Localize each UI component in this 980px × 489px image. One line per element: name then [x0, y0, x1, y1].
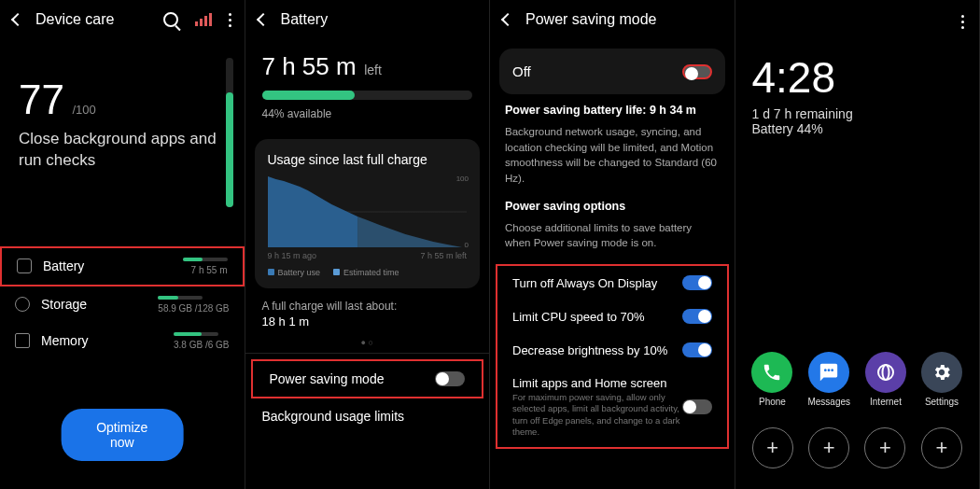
time-remaining: 1 d 7 h remaining [735, 106, 980, 121]
svg-point-3 [883, 365, 889, 380]
psm-life: Power saving battery life: 9 h 34 m [505, 104, 720, 117]
svg-marker-1 [357, 217, 467, 247]
opt-limit-apps[interactable]: Limit apps and Home screen For maximum p… [497, 367, 727, 447]
score-block: 77 /100 Close background apps and run ch… [0, 39, 245, 172]
more-icon[interactable] [961, 15, 964, 29]
header: Device care [0, 0, 245, 39]
usage-chart: 100 0 [268, 176, 468, 247]
memory-icon [15, 333, 30, 348]
messages-icon [808, 352, 849, 393]
memory-item[interactable]: Memory 3.8 GB /6 GB [0, 323, 245, 359]
usage-title: Usage since last full charge [268, 152, 468, 167]
opt-decrease-brightness[interactable]: Decrease brightness by 10% [497, 333, 727, 367]
back-icon[interactable] [501, 13, 514, 26]
add-app-button[interactable]: + [808, 427, 849, 468]
toggle-cpu[interactable] [682, 309, 712, 324]
toggle-brightness[interactable] [682, 342, 712, 357]
phone-icon [751, 352, 792, 393]
score-max: /100 [72, 103, 95, 117]
svg-point-2 [878, 365, 893, 380]
add-app-row: + + + + [735, 427, 980, 468]
battery-bar [262, 91, 473, 100]
toggle-limit-apps[interactable] [682, 399, 712, 414]
page-title: Power saving mode [525, 11, 657, 28]
opt-always-on-display[interactable]: Turn off Always On Display [497, 266, 727, 300]
add-app-button[interactable]: + [864, 427, 905, 468]
internet-app[interactable]: Internet [865, 352, 906, 407]
messages-app[interactable]: Messages [807, 352, 850, 407]
psm-master-row[interactable]: Off [499, 49, 725, 94]
opt-limit-cpu[interactable]: Limit CPU speed to 70% [497, 300, 727, 333]
svg-marker-0 [268, 176, 357, 247]
phone-app[interactable]: Phone [751, 352, 792, 407]
usage-card[interactable]: Usage since last full charge 100 0 9 h 1… [255, 139, 481, 288]
psm-options-title: Power saving options [505, 200, 720, 213]
internet-icon [865, 352, 906, 393]
battery-item[interactable]: Battery 7 h 55 m [0, 246, 245, 286]
psm-options-desc: Choose additional limits to save battery… [505, 220, 720, 251]
battery-icon [17, 258, 32, 273]
header: Power saving mode [490, 0, 735, 39]
optimize-button[interactable]: Optimize now [61, 409, 183, 461]
settings-app[interactable]: Settings [921, 352, 962, 407]
search-icon[interactable] [163, 12, 178, 27]
battery-screen: Battery 7 h 55 m left 44% available Usag… [245, 0, 491, 489]
gear-icon [921, 352, 962, 393]
battery-available: 44% available [262, 107, 473, 120]
psm-master-toggle[interactable] [682, 64, 712, 79]
device-care-screen: Device care 77 /100 Close background app… [0, 0, 245, 489]
page-title: Battery [281, 11, 329, 28]
battery-percent: Battery 44% [735, 121, 980, 136]
score-value: 77 [19, 77, 64, 122]
chart-right-label: 7 h 55 m left [420, 251, 467, 260]
back-icon[interactable] [11, 13, 24, 26]
full-charge-label: A full charge will last about: [262, 300, 473, 313]
category-list: Battery 7 h 55 m Storage 58.9 GB /128 GB… [0, 246, 245, 359]
time-remaining: 7 h 55 m [262, 52, 357, 80]
toggle-aod[interactable] [682, 275, 712, 290]
app-dock: Phone Messages Internet Settings [735, 352, 980, 407]
score-description: Close background apps and run checks [19, 129, 226, 172]
signal-icon [195, 13, 212, 26]
header: Battery [245, 0, 490, 39]
power-saving-mode-row[interactable]: Power saving mode [251, 359, 484, 398]
background-usage-limits-row[interactable]: Background usage limits [245, 398, 490, 434]
back-icon[interactable] [256, 13, 269, 26]
power-saving-mode-screen: Power saving mode Off Power saving batte… [490, 0, 735, 489]
page-dots: ● ○ [245, 338, 490, 347]
page-title: Device care [35, 11, 114, 28]
psm-description: Background network usage, syncing, and l… [505, 124, 720, 187]
storage-icon [15, 297, 30, 312]
add-app-button[interactable]: + [752, 427, 793, 468]
score-bar [226, 58, 233, 207]
clock: 4:28 [735, 0, 980, 106]
chart-left-label: 9 h 15 m ago [268, 251, 317, 260]
storage-item[interactable]: Storage 58.9 GB /128 GB [0, 286, 245, 323]
home-screen: 4:28 1 d 7 h remaining Battery 44% Phone… [735, 0, 981, 489]
left-label: left [364, 63, 382, 77]
psm-toggle[interactable] [435, 371, 465, 386]
add-app-button[interactable]: + [921, 427, 962, 468]
full-charge-value: 18 h 1 m [262, 314, 473, 328]
more-icon[interactable] [229, 13, 231, 27]
